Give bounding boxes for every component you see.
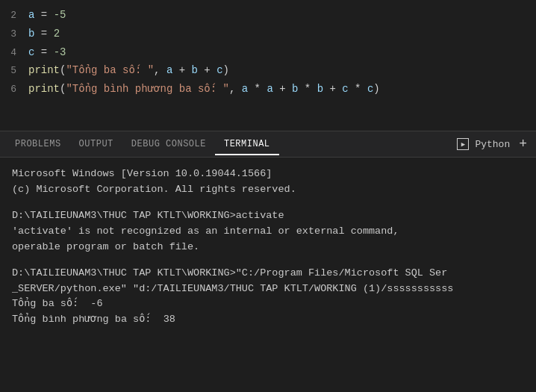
terminal-output: Microsoft Windows [Version 10.0.19044.15… [0,158,536,392]
tab-problems[interactable]: PROBLEMS [6,133,70,155]
terminal-line: Tổng ba số: -6 [12,296,524,312]
terminal-line: _SERVER/python.exe" "d:/TAILIEUNAM3/THUC… [12,281,524,297]
code-line: 4c = -3 [0,43,536,62]
tab-output[interactable]: OUTPUT [70,133,122,155]
code-line: 3b = 2 [0,25,536,43]
terminal-line: 'activate' is not recognized as an inter… [12,224,524,240]
terminal-line: D:\TAILIEUNAM3\THUC TAP KTLT\WORKING>act… [12,208,524,224]
terminal-line: Microsoft Windows [Version 10.0.19044.15… [12,167,524,182]
code-line: 6print("Tổng bình phương ba số: ", a * a… [0,80,536,99]
line-number: 5 [0,63,28,79]
line-number: 2 [0,8,28,24]
code-editor: 2a = -53b = 24c = -35print("Tổng ba số: … [0,0,536,131]
line-content: b = 2 [28,25,60,42]
tab-debug-console[interactable]: DEBUG CONSOLE [122,133,215,155]
terminal-blank-line [12,198,524,208]
line-content: print("Tổng ba số: ", a + b + c) [28,62,229,78]
code-line: 5print("Tổng ba số: ", a + b + c) [0,61,536,80]
line-content: a = -5 [28,7,66,23]
code-line: 2a = -5 [0,6,536,25]
terminal-tabs: PROBLEMSOUTPUTDEBUG CONSOLETERMINAL ▶ Py… [0,131,536,158]
tab-right-controls: ▶ Python + [457,137,530,152]
line-number: 4 [0,46,28,61]
terminal-line: Tổng bình phương ba số: 38 [12,312,524,328]
run-icon[interactable]: ▶ [457,138,469,150]
line-number: 3 [0,27,28,43]
line-content: c = -3 [28,44,66,60]
terminal-line: (c) Microsoft Corporation. All rights re… [12,182,524,198]
python-badge: Python [475,139,510,150]
new-terminal-button[interactable]: + [516,137,530,152]
line-content: print("Tổng bình phương ba số: ", a * a … [28,81,380,97]
terminal-line: D:\TAILIEUNAM3\THUC TAP KTLT\WORKING>"C:… [12,266,524,281]
terminal-line: operable program or batch file. [12,240,524,255]
tab-terminal[interactable]: TERMINAL [215,133,279,155]
terminal-blank-line [12,255,524,266]
line-number: 6 [0,82,28,98]
